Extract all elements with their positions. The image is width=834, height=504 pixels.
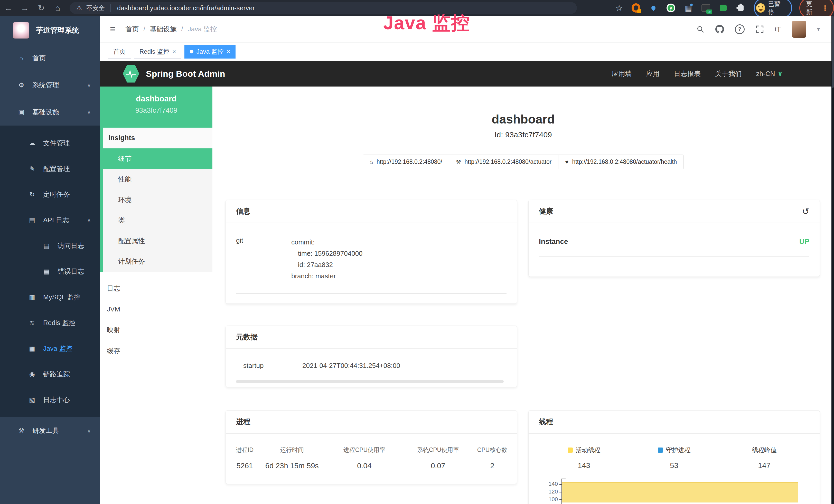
sidebar-item-log-center[interactable]: ▧ 日志中心 [0,387,100,413]
sba-nav-about[interactable]: 关于我们 [715,69,742,78]
extension-grid-icon[interactable]: ▦ [684,4,693,12]
annotation-text: Java 监控 [383,11,470,36]
sidebar-item-config-mgmt[interactable]: ✎ 配置管理 [0,156,100,182]
sba-nav-journal[interactable]: 日志报表 [674,69,701,78]
extension-orange-icon[interactable] [632,4,640,12]
close-icon[interactable]: × [172,48,176,55]
extension-green-icon[interactable] [719,4,728,12]
breadcrumb-home[interactable]: 首页 [125,25,139,33]
sba-root-items: 日志 JVM 映射 缓存 [100,278,213,361]
github-icon[interactable] [715,25,724,33]
update-label: 更新 [806,0,818,16]
screen: ← → ↻ ⌂ ⚠ 不安全 │ dashboard.yudao.iocoder.… [0,0,834,504]
sba-nav-wallboard[interactable]: 应用墙 [612,69,632,78]
sidebar-item-access-logs[interactable]: ▤ 访问日志 [0,233,100,258]
tab-home[interactable]: 首页 [108,45,131,59]
legend-live-threads: 活动线程 [539,446,629,454]
browser-home-icon[interactable]: ⌂ [49,3,66,13]
extensions-puzzle-icon[interactable] [737,4,745,12]
browser-scrollbar[interactable] [831,16,834,504]
browser-extensions-row: ☆ y ▦ on [615,3,745,13]
sidebar-item-scheduled-tasks[interactable]: ↻ 定时任务 [0,182,100,207]
sba-item-caches[interactable]: 缓存 [100,340,213,361]
address-divider: │ [109,4,113,12]
instance-links: ⌂ http://192.168.0.2:48080/ ⚒ http://192… [213,155,834,169]
sidebar-item-infrastructure[interactable]: ▣ 基础设施 ∧ [0,98,100,125]
sidebar-item-trace[interactable]: ◉ 链路追踪 [0,361,100,387]
horizontal-scrollbar[interactable] [236,380,504,383]
process-table-values: 5261 6d 23h 15m 59s 0.04 0.07 2 [232,462,510,470]
sidebar-item-mysql-monitor[interactable]: ▥ MySQL 监控 [0,284,100,310]
tab-label: Redis 监控 [139,47,169,56]
info-card-body: git commit: time: 1596289704000 id: 27aa… [226,223,517,294]
live-threads-value: 143 [539,461,629,470]
sba-locale-select[interactable]: zh-CN ∨ [756,70,783,78]
chevron-down-icon: ∨ [87,82,91,88]
sba-item-details[interactable]: 细节 [103,148,213,169]
hamburger-icon[interactable]: ≡ [110,24,115,35]
instance-header[interactable]: dashboard 93a3fc7f7409 [100,87,213,128]
actuator-url-button[interactable]: ⚒ http://192.168.0.2:48080/actuator [449,155,559,169]
tab-java-monitor[interactable]: Java 监控 × [184,45,236,59]
sidebar-item-system-mgmt[interactable]: ⚙ 系统管理 ∨ [0,72,100,98]
sba-item-config-props[interactable]: 配置属性 [103,231,213,251]
health-url-button[interactable]: ♥ http://192.168.0.2:48080/actuator/heal… [558,155,684,169]
navbar-actions: ? tT ▾ [696,21,820,38]
sidebar-item-label: 文件管理 [43,139,70,147]
extension-on-icon[interactable]: on [701,4,710,12]
sba-item-scheduled-tasks[interactable]: 计划任务 [103,251,213,272]
health-row-instance[interactable]: Instance UP [539,237,809,257]
bookmark-star-icon[interactable]: ☆ [615,3,623,13]
sidebar-item-java-monitor[interactable]: ▦ Java 监控 [0,336,100,361]
scrollbar-thumb[interactable] [832,16,834,88]
sba-item-metrics[interactable]: 性能 [103,169,213,189]
y-tick-mark [559,484,562,485]
browser-menu-kebab-icon[interactable]: ⋮ [821,4,829,12]
y-tick: 140 [539,481,562,488]
user-avatar[interactable] [792,21,806,38]
close-icon[interactable]: × [226,48,230,55]
legend-label: 活动线程 [576,446,600,454]
tab-label: 首页 [113,47,126,56]
sba-item-logfile[interactable]: 日志 [100,278,213,299]
app-logo-row[interactable]: 芋道管理系统 [0,16,100,45]
address-bar[interactable]: ⚠ 不安全 │ dashboard.yudao.iocoder.cn/infra… [70,2,577,14]
sidebar-item-home[interactable]: ⌂ 首页 [0,45,100,72]
sba-logo-icon [123,65,139,83]
process-card: 进程 进程ID 运行时间 进程CPU使用率 系统CPU使用率 CPU核心数 [225,410,517,484]
tab-redis-monitor[interactable]: Redis 监控 × [134,45,181,59]
sidebar-item-api-logs[interactable]: ▤ API 日志 ∧ [0,207,100,233]
sidebar-item-label: Java 监控 [43,344,72,353]
browser-forward-icon[interactable]: → [17,3,33,13]
tab-label: Java 监控 [197,47,223,56]
sba-item-jvm[interactable]: JVM [100,299,213,320]
breadcrumb-infrastructure[interactable]: 基础设施 [150,25,176,33]
history-icon[interactable]: ↺ [802,206,810,216]
sba-item-classes[interactable]: 类 [103,210,213,231]
service-url-button[interactable]: ⌂ http://192.168.0.2:48080/ [363,155,449,169]
sidebar-item-redis-monitor[interactable]: ≋ Redis 监控 [0,310,100,336]
column-header-pid: 进程ID [232,446,257,454]
sidebar-item-dev-tools[interactable]: ⚒ 研发工具 ∨ [0,417,100,444]
extension-y-icon[interactable]: y [666,4,675,12]
profile-paused-pill[interactable]: 已暂停 [754,0,792,18]
database-icon: ▥ [28,294,37,301]
extension-pin-icon[interactable] [649,4,658,12]
fullscreen-icon[interactable] [755,25,764,33]
avatar-caret-icon[interactable]: ▾ [817,26,820,32]
search-icon[interactable] [696,25,705,33]
browser-back-icon[interactable]: ← [0,3,17,13]
sba-item-environment[interactable]: 环境 [103,189,213,210]
sidebar-item-error-logs[interactable]: ▤ 错误日志 [0,258,100,284]
font-size-icon[interactable]: tT [775,25,781,33]
process-card-body: 进程ID 运行时间 进程CPU使用率 系统CPU使用率 CPU核心数 5261 … [226,434,517,470]
sidebar-item-file-mgmt[interactable]: ☁ 文件管理 [0,130,100,156]
help-icon[interactable]: ? [735,24,745,34]
y-tick-mark [559,492,562,492]
locale-value: zh-CN [756,70,775,78]
browser-refresh-icon[interactable]: ↻ [33,3,49,13]
sba-brand-title[interactable]: Spring Boot Admin [146,69,225,79]
sba-item-mappings[interactable]: 映射 [100,320,213,340]
sba-nav-applications[interactable]: 应用 [646,69,660,78]
info-card-header: 信息 [226,200,517,223]
